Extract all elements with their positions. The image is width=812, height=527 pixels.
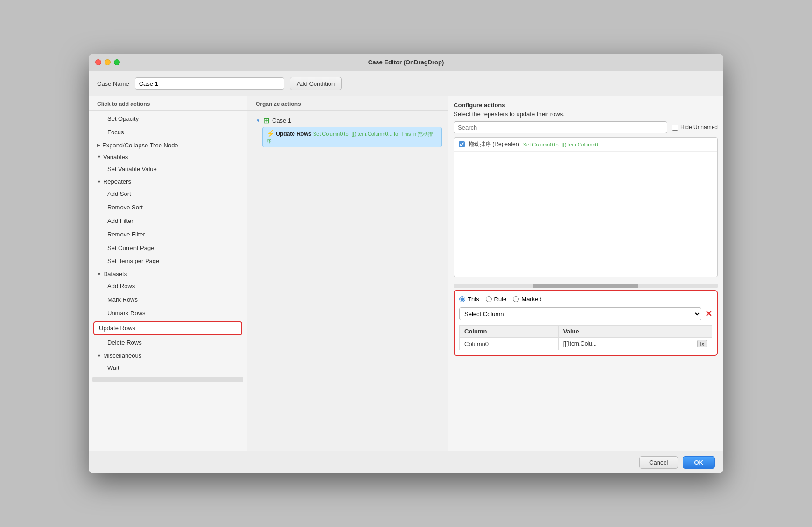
repeater-list-item[interactable]: 拖动排序 (Repeater) Set Column0 to "[[(Item.… [454,138,717,152]
action-add-filter[interactable]: Add Filter [89,215,247,228]
section-label: Miscellaneous [103,352,141,359]
column-header: Column [460,326,559,338]
radio-this-label: This [468,296,479,303]
section-miscellaneous[interactable]: ▼ Miscellaneous [89,350,247,361]
search-input[interactable] [454,121,667,133]
repeater-name: 拖动排序 (Repeater) [469,140,519,148]
topbar: Case Name Add Condition [89,71,723,96]
minimize-button[interactable] [105,59,111,65]
titlebar: Case Editor (OnDragDrop) [89,54,723,71]
right-panel: Configure actions Select the repeaters t… [448,96,723,451]
case-name-input[interactable] [135,77,284,90]
section-label: Repeaters [103,178,131,185]
section-expand-collapse[interactable]: ▶ Expand/Collapse Tree Node [89,139,247,151]
window-title: Case Editor (OnDragDrop) [368,59,444,66]
hide-unnamed-row: Hide Unnamed [672,124,718,131]
radio-marked[interactable]: Marked [513,296,541,303]
value-text: [[(Item.Colu... [563,340,597,347]
fx-button[interactable]: fx [697,340,707,347]
left-panel: Click to add actions Set Opacity Focus ▶… [89,96,247,451]
section-label: Datasets [103,270,127,277]
section-repeaters[interactable]: ▼ Repeaters [89,176,247,187]
section-datasets[interactable]: ▼ Datasets [89,268,247,280]
middle-panel-header: Organize actions [247,96,448,111]
case-tree: ▼ ⊞ Case 1 ⚡ Update Rows Set Column0 to … [247,111,448,151]
section-variables[interactable]: ▼ Variables [89,151,247,163]
left-scrollbar[interactable] [92,377,243,382]
radio-rule-label: Rule [494,296,507,303]
configure-bottom: This Rule Marked Select Column ✕ [454,290,718,356]
value-cell[interactable]: [[(Item.Colu... fx [558,338,712,350]
search-row: Hide Unnamed [454,121,718,133]
repeater-checkbox[interactable] [459,141,465,147]
action-mark-rows[interactable]: Mark Rows [89,293,247,307]
configure-subheader: Select the repeaters to update their row… [454,111,718,118]
configure-title: Configure actions [454,102,505,109]
cancel-button[interactable]: Cancel [639,456,678,469]
ok-button[interactable]: OK [683,456,715,469]
triangle-icon: ▼ [97,354,101,358]
case-name-label: Case Name [97,80,129,87]
triangle-icon: ▼ [97,180,101,184]
add-condition-button[interactable]: Add Condition [290,77,342,90]
action-set-items-per-page[interactable]: Set Items per Page [89,255,247,268]
section-label: Expand/Collapse Tree Node [102,142,178,149]
delete-row-button[interactable]: ✕ [705,309,712,319]
action-focus[interactable]: Focus [89,126,247,139]
action-set-variable-value[interactable]: Set Variable Value [89,163,247,176]
select-column-row: Select Column ✕ [459,307,712,320]
radio-marked-label: Marked [521,296,541,303]
column-table: Column Value Column0 [[(Item.Colu... fx [459,325,712,350]
case-tree-root: ▼ ⊞ Case 1 [253,114,442,127]
scrollbar-thumb [533,284,638,288]
triangle-icon: ▼ [97,272,101,277]
section-label: Variables [103,153,128,160]
hide-unnamed-checkbox[interactable] [672,125,678,131]
column-cell: Column0 [460,338,559,350]
value-cell-content: [[(Item.Colu... fx [563,340,707,347]
action-remove-filter[interactable]: Remove Filter [89,228,247,242]
case-label: Case 1 [272,117,291,124]
traffic-lights [95,59,120,65]
horizontal-scrollbar[interactable] [454,284,718,288]
action-add-sort[interactable]: Add Sort [89,187,247,201]
bottom-bar: Cancel OK [89,451,723,473]
grid-icon: ⊞ [263,116,269,125]
tree-expand-icon[interactable]: ▼ [256,118,260,123]
hide-unnamed-label: Hide Unnamed [680,124,718,131]
repeater-value: Set Column0 to "[[(Item.Column0... [523,142,602,147]
main-content: Click to add actions Set Opacity Focus ▶… [89,96,723,451]
close-button[interactable] [95,59,101,65]
radio-this[interactable]: This [459,296,479,303]
action-add-rows[interactable]: Add Rows [89,280,247,293]
value-header: Value [558,326,712,338]
action-delete-rows[interactable]: Delete Rows [89,336,247,350]
action-update-rows[interactable]: Update Rows [93,321,242,336]
action-set-current-page[interactable]: Set Current Page [89,242,247,255]
case-tree-child-action[interactable]: ⚡ Update Rows Set Column0 to "[[(Item.Co… [262,127,442,147]
table-row: Column0 [[(Item.Colu... fx [460,338,712,350]
radio-rule[interactable]: Rule [486,296,507,303]
triangle-icon: ▼ [97,154,101,159]
left-panel-scroll: Set Opacity Focus ▶ Expand/Collapse Tree… [89,111,247,451]
action-set-opacity[interactable]: Set Opacity [89,112,247,126]
action-label: Update Rows Set Column0 to "[[(Item.Colu… [266,131,433,144]
left-panel-header: Click to add actions [89,96,247,111]
lightning-icon: ⚡ [266,130,274,137]
repeater-list: 拖动排序 (Repeater) Set Column0 to "[[(Item.… [454,137,718,277]
action-remove-sort[interactable]: Remove Sort [89,201,247,215]
select-column-dropdown[interactable]: Select Column [459,307,701,320]
action-unmark-rows[interactable]: Unmark Rows [89,307,247,320]
triangle-icon: ▶ [97,143,100,147]
middle-panel: Organize actions ▼ ⊞ Case 1 ⚡ Update Row… [247,96,448,451]
radio-row: This Rule Marked [459,296,712,303]
case-editor-window: Case Editor (OnDragDrop) Case Name Add C… [89,54,723,473]
action-wait[interactable]: Wait [89,361,247,375]
maximize-button[interactable] [114,59,120,65]
right-panel-header: Configure actions Select the repeaters t… [454,102,718,118]
